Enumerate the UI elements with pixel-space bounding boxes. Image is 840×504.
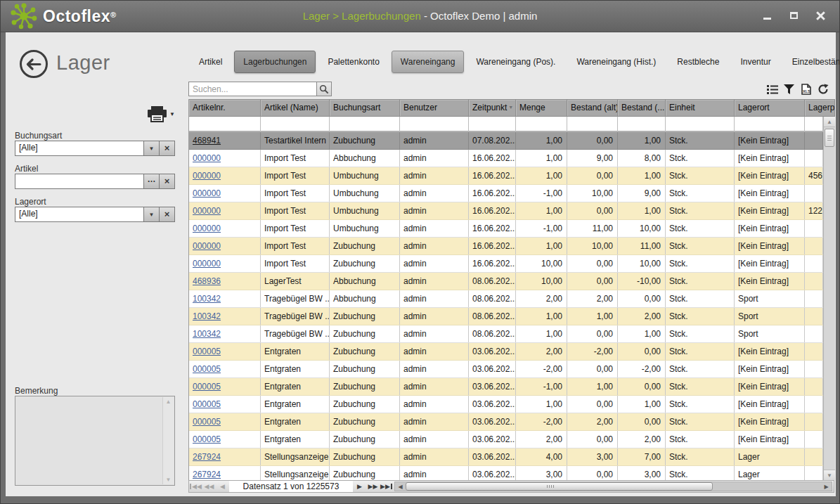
tab-wareneingang-pos[interactable]: Wareneingang (Pos). — [465, 57, 566, 67]
table-row[interactable]: 000000Import TestUmbuchungadmin16.06.202… — [189, 202, 823, 220]
scroll-left-icon[interactable]: ◀ — [395, 482, 406, 491]
artikelnr-link[interactable]: 000005 — [193, 417, 221, 427]
filter-cell[interactable] — [330, 117, 400, 132]
column-header[interactable]: Menge — [516, 99, 567, 117]
column-header[interactable]: Artikel (Name) — [261, 99, 330, 117]
horizontal-scrollbar[interactable]: ◀ ▶ — [394, 482, 832, 491]
artikelnr-link[interactable]: 000005 — [193, 364, 221, 374]
table-row[interactable]: 000000Import TestZubuchungadmin16.06.202… — [189, 238, 823, 255]
prev-page-button[interactable]: ◀◀ — [202, 481, 216, 492]
table-row[interactable]: 100342Tragebügel BW ...Zubuchungadmin08.… — [189, 308, 823, 325]
artikelnr-link[interactable]: 000000 — [193, 188, 221, 198]
table-row[interactable]: 000005EntgratenZubuchungadmin03.06.202..… — [189, 431, 823, 448]
tab-palettenkonto[interactable]: Palettenkonto — [317, 57, 389, 67]
artikelnr-link[interactable]: 267924 — [193, 470, 221, 479]
refresh-icon[interactable] — [818, 84, 829, 95]
column-header[interactable]: Bestand (... — [618, 99, 666, 117]
table-row[interactable]: 468936LagerTestAbbuchungadmin08.06.202..… — [189, 273, 823, 290]
table-row[interactable]: 000005EntgratenZubuchungadmin03.06.202..… — [189, 396, 823, 413]
table-row[interactable]: 100342Tragebügel BW ...Zubuchungadmin08.… — [189, 325, 823, 343]
artikelnr-link[interactable]: 000000 — [193, 224, 221, 233]
tab-wareneingang[interactable]: Wareneingang — [392, 51, 465, 73]
artikel-browse-button[interactable]: … — [144, 174, 160, 189]
artikelnr-link[interactable]: 000000 — [193, 153, 221, 163]
tab-inventur[interactable]: Inventur — [730, 57, 781, 67]
scroll-down-icon[interactable]: ▼ — [163, 477, 174, 483]
filter-cell[interactable] — [189, 117, 261, 132]
filter-cell[interactable] — [805, 117, 823, 132]
column-header[interactable]: Benutzer — [400, 99, 469, 117]
scroll-up-icon[interactable]: ▲ — [824, 117, 835, 127]
print-button[interactable]: ▼ — [148, 106, 175, 122]
next-page-button[interactable]: ▶▶ — [366, 481, 380, 492]
tab-lagerbuchungen[interactable]: Lagerbuchungen — [234, 51, 316, 73]
table-row[interactable]: 267924Stellungsanzeige...Zubuchungadmin0… — [189, 466, 823, 480]
printer-dropdown-icon[interactable]: ▼ — [169, 111, 175, 117]
column-chooser-icon[interactable] — [767, 84, 778, 94]
export-xls-icon[interactable]: XLS — [800, 84, 812, 95]
artikelnr-link[interactable]: 000005 — [193, 434, 221, 444]
bemerkung-scrollbar[interactable]: ▲ ▼ — [162, 397, 174, 484]
table-row[interactable]: 000005EntgratenZubuchungadmin03.06.202..… — [189, 413, 823, 431]
artikelnr-link[interactable]: 000005 — [193, 399, 221, 409]
first-record-button[interactable]: ◀◀ — [189, 481, 202, 492]
artikelnr-link[interactable]: 000000 — [193, 171, 221, 181]
table-row[interactable]: 000005EntgratenZubuchungadmin03.06.202..… — [189, 361, 823, 378]
filter-icon[interactable] — [784, 84, 794, 94]
column-header[interactable]: Einheit — [666, 99, 735, 117]
table-row[interactable]: 000000Import TestAbbuchungadmin16.06.202… — [189, 150, 823, 167]
scroll-down-icon[interactable]: ▼ — [824, 470, 835, 480]
scroll-up-icon[interactable]: ▲ — [163, 399, 174, 405]
artikelnr-link[interactable]: 468941 — [193, 136, 221, 146]
horizontal-scrollbar-track[interactable] — [406, 482, 821, 491]
horizontal-scrollbar-thumb[interactable] — [406, 482, 713, 491]
artikelnr-link[interactable]: 100342 — [193, 329, 221, 339]
artikelnr-link[interactable]: 100342 — [193, 294, 221, 304]
lagerort-value[interactable]: [Alle] — [15, 207, 144, 222]
search-button[interactable] — [317, 82, 332, 96]
scroll-right-icon[interactable]: ▶ — [821, 482, 832, 491]
filter-cell[interactable] — [735, 117, 805, 132]
artikelnr-link[interactable]: 000000 — [193, 241, 221, 251]
artikelnr-link[interactable]: 267924 — [193, 452, 221, 462]
filter-cell[interactable] — [666, 117, 735, 132]
tab-einzelbestaende[interactable]: Einzelbestände — [782, 57, 840, 67]
tab-artikel[interactable]: Artikel — [188, 57, 233, 67]
artikel-clear-button[interactable]: × — [160, 174, 175, 189]
column-header[interactable]: Lagerort — [735, 99, 805, 117]
table-row[interactable]: 267924Stellungsanzeige...Zubuchungadmin0… — [189, 448, 823, 466]
lagerort-dropdown-button[interactable]: ▼ — [144, 207, 160, 222]
back-button[interactable] — [20, 50, 48, 78]
minimize-button[interactable] — [759, 9, 775, 22]
column-header[interactable]: Zeitpunkt▼ — [469, 99, 516, 117]
table-row[interactable]: 000005EntgratenZubuchungadmin03.06.202..… — [189, 343, 823, 361]
table-row[interactable]: 000000Import TestUmbuchungadmin16.06.202… — [189, 185, 823, 202]
artikelnr-link[interactable]: 000005 — [193, 382, 221, 392]
table-row[interactable]: 100342Tragebügel BW ...Abbuchungadmin08.… — [189, 290, 823, 308]
last-record-button[interactable]: ▶▶ — [380, 481, 393, 492]
table-row[interactable]: 000000Import TestZubuchungadmin16.06.202… — [189, 255, 823, 273]
buchungsart-clear-button[interactable]: × — [160, 141, 175, 156]
filter-cell[interactable] — [469, 117, 516, 132]
table-row[interactable]: 000005EntgratenZubuchungadmin03.06.202..… — [189, 378, 823, 396]
lagerort-clear-button[interactable]: × — [160, 207, 175, 222]
filter-cell[interactable] — [261, 117, 330, 132]
vertical-scrollbar-thumb[interactable] — [825, 129, 834, 147]
artikelnr-link[interactable]: 000000 — [193, 206, 221, 216]
buchungsart-dropdown-button[interactable]: ▼ — [144, 141, 160, 156]
filter-cell[interactable] — [567, 117, 618, 132]
filter-cell[interactable] — [618, 117, 666, 132]
artikelnr-link[interactable]: 000005 — [193, 347, 221, 356]
search-input[interactable] — [188, 82, 317, 96]
tab-restbleche[interactable]: Restbleche — [666, 57, 730, 67]
bemerkung-textarea[interactable]: ▲ ▼ — [15, 396, 175, 486]
artikel-value[interactable] — [15, 174, 144, 189]
vertical-scrollbar[interactable]: ▲ ▼ — [823, 117, 835, 480]
maximize-button[interactable] — [786, 9, 801, 22]
column-header[interactable]: Lagerplatz — [805, 99, 835, 117]
artikelnr-link[interactable]: 100342 — [193, 311, 221, 321]
prev-record-button[interactable]: ◀ — [216, 481, 229, 492]
tab-wareneingang-hist[interactable]: Wareneingang (Hist.) — [566, 57, 666, 67]
artikelnr-link[interactable]: 468936 — [193, 276, 221, 286]
filter-cell[interactable] — [400, 117, 469, 132]
